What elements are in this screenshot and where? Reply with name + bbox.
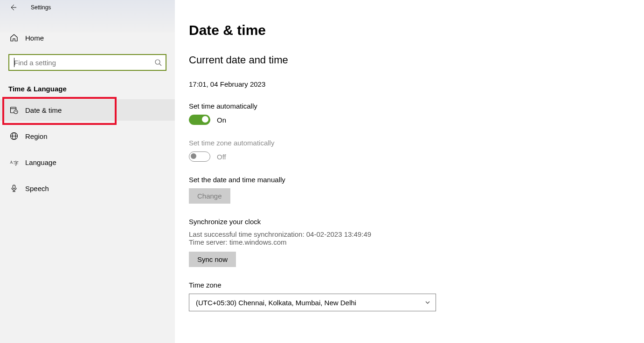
sidebar-item-label: Language bbox=[25, 158, 56, 166]
set-time-auto-state: On bbox=[217, 116, 226, 124]
home-icon bbox=[9, 34, 19, 42]
svg-text:A: A bbox=[10, 160, 13, 165]
current-datetime-value: 17:01, 04 February 2023 bbox=[189, 80, 630, 88]
set-tz-auto-state: Off bbox=[217, 153, 226, 161]
arrow-left-icon bbox=[9, 4, 17, 11]
page-title: Date & time bbox=[189, 22, 630, 38]
chevron-down-icon bbox=[424, 299, 431, 306]
sidebar-item-speech[interactable]: Speech bbox=[0, 178, 175, 199]
sidebar-item-label: Region bbox=[25, 132, 48, 140]
timezone-value: (UTC+05:30) Chennai, Kolkata, Mumbai, Ne… bbox=[196, 299, 356, 307]
svg-text:字: 字 bbox=[14, 160, 18, 166]
back-button[interactable] bbox=[8, 4, 18, 11]
sidebar-item-region[interactable]: Region bbox=[0, 125, 175, 147]
search-icon bbox=[154, 59, 162, 66]
svg-line-1 bbox=[159, 64, 161, 66]
timezone-label: Time zone bbox=[189, 281, 630, 289]
set-tz-auto-label: Set time zone automatically bbox=[189, 139, 630, 147]
sidebar-item-date-time[interactable]: Date & time bbox=[0, 99, 175, 121]
timezone-select[interactable]: (UTC+05:30) Chennai, Kolkata, Mumbai, Ne… bbox=[189, 294, 436, 311]
sidebar: Settings Home Time & Language Date & tim… bbox=[0, 0, 175, 343]
search-input[interactable] bbox=[14, 59, 154, 67]
main-content: Date & time Current date and time 17:01,… bbox=[175, 0, 644, 343]
sync-now-button[interactable]: Sync now bbox=[189, 252, 236, 267]
manual-datetime-label: Set the date and time manually bbox=[189, 176, 630, 184]
set-time-auto-toggle[interactable] bbox=[189, 115, 210, 125]
annotation-highlight-box bbox=[2, 97, 117, 125]
sync-last-success: Last successful time synchronization: 04… bbox=[189, 230, 630, 238]
globe-icon bbox=[9, 132, 19, 140]
sidebar-item-label: Speech bbox=[25, 185, 49, 192]
microphone-icon bbox=[9, 184, 19, 192]
nav-home-label: Home bbox=[25, 34, 44, 42]
sync-heading: Synchronize your clock bbox=[189, 218, 630, 226]
toggle-knob bbox=[191, 153, 196, 159]
window-title: Settings bbox=[31, 4, 51, 11]
search-input-wrap[interactable] bbox=[8, 54, 166, 71]
titlebar: Settings bbox=[0, 0, 175, 15]
svg-rect-10 bbox=[13, 185, 15, 189]
nav-home[interactable]: Home bbox=[0, 28, 175, 48]
sync-time-server: Time server: time.windows.com bbox=[189, 238, 630, 246]
toggle-knob bbox=[202, 116, 208, 123]
set-tz-auto-toggle bbox=[189, 151, 210, 162]
language-icon: A 字 bbox=[9, 158, 19, 166]
set-time-auto-label: Set time automatically bbox=[189, 102, 630, 110]
text-caret bbox=[14, 58, 14, 67]
sidebar-section-label: Time & Language bbox=[0, 79, 175, 99]
change-button: Change bbox=[189, 188, 230, 204]
svg-point-0 bbox=[155, 60, 160, 64]
current-datetime-heading: Current date and time bbox=[189, 54, 630, 66]
sidebar-item-language[interactable]: A 字 Language bbox=[0, 151, 175, 173]
